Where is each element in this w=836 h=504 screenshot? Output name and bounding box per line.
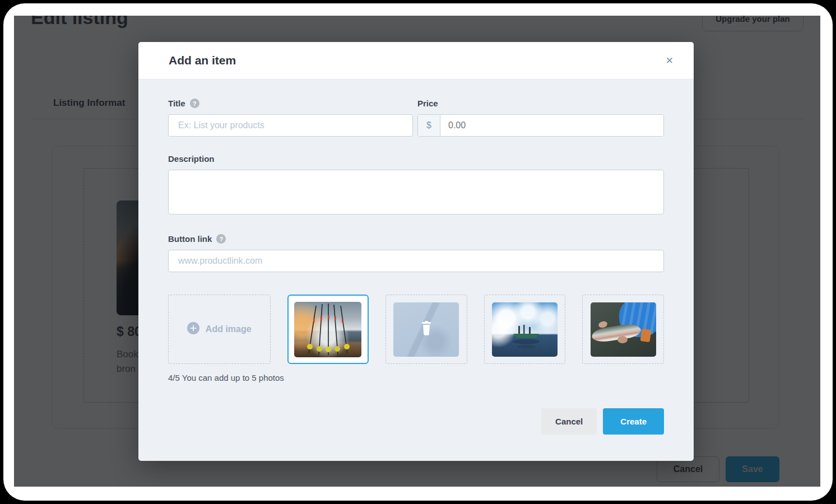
button-link-input[interactable] [168, 250, 664, 272]
photos-counter: 4/5 You can add up to 5 photos [168, 373, 664, 382]
help-icon[interactable]: ? [190, 99, 199, 108]
app-viewport: Edit listing Upgrade your plan Listing I… [14, 16, 820, 487]
price-input-group: $ [417, 114, 664, 137]
add-image-button[interactable]: Add image [168, 295, 271, 364]
currency-prefix: $ [418, 115, 440, 136]
add-image-label: Add image [206, 324, 252, 334]
help-icon[interactable]: ? [216, 234, 226, 244]
create-button[interactable]: Create [603, 408, 664, 435]
hand [617, 336, 628, 343]
photo-angler-holding-trout [591, 302, 656, 357]
price-field-label: Price [417, 99, 438, 108]
orange-patch [640, 328, 651, 342]
photo-thumb-trout[interactable] [582, 295, 664, 364]
title-input[interactable] [168, 114, 413, 137]
photo-fishing-rods-on-boat [294, 302, 361, 357]
modal-body: Title ? Price $ [138, 80, 694, 435]
photos-row: Add image [168, 295, 664, 364]
modal-header: Add an item ✕ [138, 42, 694, 80]
modal-title: Add an item [169, 54, 660, 67]
title-field-label: Title [168, 99, 185, 108]
description-textarea[interactable] [168, 170, 664, 214]
close-icon[interactable]: ✕ [660, 52, 679, 70]
photo-thumb-delete-hover[interactable] [386, 295, 467, 364]
price-input[interactable] [440, 115, 663, 136]
description-field-label: Description [168, 154, 215, 164]
cancel-button[interactable]: Cancel [541, 408, 597, 435]
plus-circle-icon [187, 322, 199, 337]
photo-boat-on-calm-sea [492, 302, 558, 357]
add-item-modal: Add an item ✕ Title ? Price [138, 42, 694, 461]
button-link-field-label: Button link [168, 234, 212, 244]
browser-window: Edit listing Upgrade your plan Listing I… [3, 3, 833, 501]
photo-thumb-boat[interactable] [484, 295, 566, 364]
photo-thumb-fishing-rods-selected[interactable] [287, 295, 369, 364]
trash-icon[interactable] [420, 321, 433, 338]
photo-fishing-rod-closeup [393, 302, 459, 357]
